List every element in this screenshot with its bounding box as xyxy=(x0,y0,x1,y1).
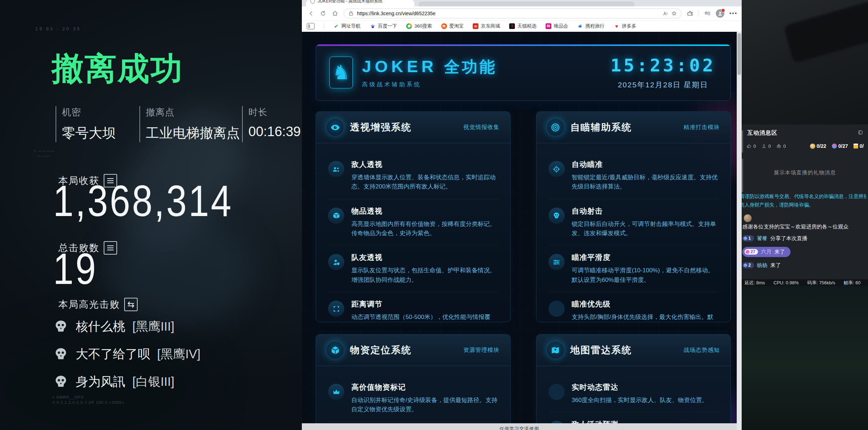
crosshair-icon xyxy=(548,161,565,177)
bookmark-jd[interactable]: JD京东商城 xyxy=(473,23,500,29)
medal-icon xyxy=(810,144,815,149)
bookmark-baidu[interactable]: 百度一下 xyxy=(370,23,397,29)
panel-scroll-nub[interactable] xyxy=(742,158,743,192)
mission-info-row: 机密 零号大坝 撤离点 工业电梯撤离点 时长 00:16:39 xyxy=(56,106,334,142)
card-tag: 精准打击模块 xyxy=(684,124,720,131)
tmall-favicon-icon: T xyxy=(509,23,515,29)
bookmark-hao123[interactable]: ✔网址导航 xyxy=(333,23,361,29)
feature-item: 物品透视 高亮显示地图内所有有价值物资，按稀有度分类标记。传奇物品为金色，史诗为… xyxy=(328,199,498,245)
level-badge: 2 xyxy=(742,262,754,268)
card-tag: 资源管理模块 xyxy=(464,347,500,354)
skull-icon xyxy=(548,208,565,224)
read-aloud-icon[interactable] xyxy=(662,11,668,16)
browser-menu-icon[interactable]: ••• xyxy=(729,10,737,17)
feature-title: 敌人透视 xyxy=(351,159,498,169)
weapon-silhouette xyxy=(783,0,868,63)
bookmark-vip[interactable]: 特唯品会 xyxy=(546,23,568,29)
card-header: 自瞄辅助系统 精准打击模块 xyxy=(536,112,731,143)
favorite-star-icon[interactable] xyxy=(671,11,677,16)
tab-favicon-icon xyxy=(310,0,315,4)
feature-desc: 可调节瞄准移动平滑度(10-100%)，避免不自然移动。默认设置为60%最佳平滑… xyxy=(572,266,719,285)
browser-toolbar: https://link.3ceng.cn/view/d652235e ••• xyxy=(302,6,742,21)
screenshot-root: 19 93 - 20 35 撤离成功 机密 零号大坝 撤离点 工业电梯撤离点 时… xyxy=(0,0,868,430)
swap-icon[interactable]: ⇆ xyxy=(124,298,138,311)
stream-overlay: 互动消息区 0 0 0 0/22 0/27 0/ 展示本场直播的礼物消息 请谨防… xyxy=(742,0,868,430)
host-avatar[interactable] xyxy=(744,214,752,222)
thumb-icon xyxy=(747,144,752,149)
feature-item: 瞄准平滑度 可调节瞄准移动平滑度(10-100%)，避免不自然移动。默认设置为6… xyxy=(548,245,719,292)
kill-player-name: 身为风訊 xyxy=(76,373,125,390)
knight-logo-icon: ♞ xyxy=(329,57,353,88)
feature-desc: 高亮显示地图内所有有价值物资，按稀有度分类标记。传奇物品为金色，史诗为紫色。 xyxy=(351,220,498,238)
users-icon xyxy=(328,161,344,177)
feature-desc: 穿透墙体显示敌人位置、装备和状态信息，实时追踪动态。支持200米范围内所有敌人标… xyxy=(351,173,498,192)
profile-avatar[interactable] xyxy=(716,9,724,18)
feature-title: 距离调节 xyxy=(351,299,498,309)
kill-player-rank: [黑鹰IV] xyxy=(157,346,201,362)
swirl-icon xyxy=(746,250,749,254)
feature-item: 实时动态雷达 360度全向扫描，实时显示敌人、队友、物资位置。 xyxy=(548,375,719,412)
crown-icon xyxy=(328,384,344,400)
card-tag: 视觉情报收集 xyxy=(464,124,500,131)
bookmarks-bar: ✔网址导航 百度一下 360搜索 淘爱淘宝 JD京东商城 T天猫精选 特唯品会 … xyxy=(302,21,742,32)
user-shield-icon xyxy=(328,254,344,270)
hud-watermark: < HAWK__OPS //.0.1.1.2.0.0.9.// DF 100.0… xyxy=(52,395,124,405)
bookmark-tmall[interactable]: T天猫精选 xyxy=(509,23,536,29)
refresh-icon[interactable] xyxy=(320,10,327,17)
kills-list-icon[interactable] xyxy=(104,241,117,255)
brand-subtitle: 高级战术辅助系统 xyxy=(362,81,497,88)
card-title: 自瞄辅助系统 xyxy=(570,121,632,134)
inactive-tab[interactable] xyxy=(419,1,634,6)
active-tab[interactable]: JOKER全功能 - 高级战术辅助系统 xyxy=(306,0,414,6)
feature-title: 队友透视 xyxy=(351,252,498,262)
card-radar: 地图雷达系统 战场态势感知 实时动态雷达 360度全向扫描，实时显示敌人、队友、… xyxy=(536,334,731,430)
feature-card-grid: 透视增强系统 视觉情报收集 敌人透视 穿透墙体显示敌人位置、装备和状态信息，实时… xyxy=(316,111,731,430)
level-badge: 1 xyxy=(742,235,754,242)
feature-title: 实时动态雷达 xyxy=(572,382,708,392)
panel-scroll-nub[interactable] xyxy=(742,130,743,153)
bookmark-pdd[interactable]: ♥拼多多 xyxy=(614,23,637,29)
target-icon xyxy=(547,119,564,136)
feature-title: 自动瞄准 xyxy=(572,159,719,169)
feature-item: 队友透视 显示队友位置与状态，包括生命值、护甲和装备情况。增强团队协同作战能力。 xyxy=(328,245,498,292)
footer-notice: 仅供学习交流使用 xyxy=(500,423,539,430)
360-favicon-icon xyxy=(406,23,412,29)
chat-text: 分享了本次直播 xyxy=(770,235,807,242)
viewer-counter: 0 xyxy=(761,144,771,149)
back-icon[interactable] xyxy=(307,10,315,17)
priority-icon xyxy=(548,301,565,317)
brand-suffix: 全功能 xyxy=(444,57,497,77)
kill-player-name: 核什么桃 xyxy=(76,318,125,335)
bookmark-taobao[interactable]: 淘爱淘宝 xyxy=(441,23,464,29)
collections-icon[interactable] xyxy=(704,10,711,17)
card-loot: 物资定位系统 资源管理模块 高价值物资标记 自动识别并标记传奇/史诗级装备，提供… xyxy=(316,334,511,430)
hud-ticker: 19 93 - 20 35 xyxy=(35,26,81,31)
taobao-favicon-icon: 淘 xyxy=(441,23,447,29)
home-icon[interactable] xyxy=(332,10,339,17)
bookmark-ctrip[interactable]: 携程旅行 xyxy=(577,23,605,29)
feature-desc: 自动识别并标记传奇/史诗级装备，提供最短路径。支持自定义物资优先级设置。 xyxy=(351,396,498,414)
notification-dot xyxy=(721,8,725,12)
address-bar[interactable]: https://link.3ceng.cn/view/d652235e xyxy=(344,8,682,18)
chat-message: 2 杨杨 来了 xyxy=(742,262,866,269)
panel-pin-icon[interactable] xyxy=(858,130,863,136)
eye-icon xyxy=(327,119,344,136)
bookmark-360[interactable]: 360搜索 xyxy=(406,23,432,29)
extensions-icon[interactable] xyxy=(686,10,694,17)
pdd-favicon-icon: ♥ xyxy=(614,23,620,29)
interaction-message-panel[interactable]: 互动消息区 0 0 0 0/22 0/27 0/ 展示本场直播的礼物消息 请谨防… xyxy=(742,124,868,279)
scrollbar-thumb[interactable] xyxy=(737,33,741,75)
highlight-kills-label: 本局高光击败 xyxy=(58,298,120,311)
hao123-favicon-icon: ✔ xyxy=(333,23,339,29)
toolbar-divider xyxy=(699,10,699,17)
gift-empty-hint: 展示本场直播的礼物消息 xyxy=(742,169,868,176)
url-text[interactable]: https://link.3ceng.cn/view/d652235e xyxy=(357,11,659,16)
page-scrollbar[interactable] xyxy=(737,32,742,430)
kill-player-rank: [黑鹰III] xyxy=(132,318,174,335)
clock-date: 2025年12月28日 星期日 xyxy=(610,80,715,90)
sidebar-toggle-icon[interactable] xyxy=(307,23,315,29)
loot-value: 1,368,314 xyxy=(53,180,233,222)
lollipop-counter: 0/27 xyxy=(832,143,848,149)
feature-title: 瞄准平滑度 xyxy=(572,252,719,262)
skull-icon xyxy=(53,319,69,334)
